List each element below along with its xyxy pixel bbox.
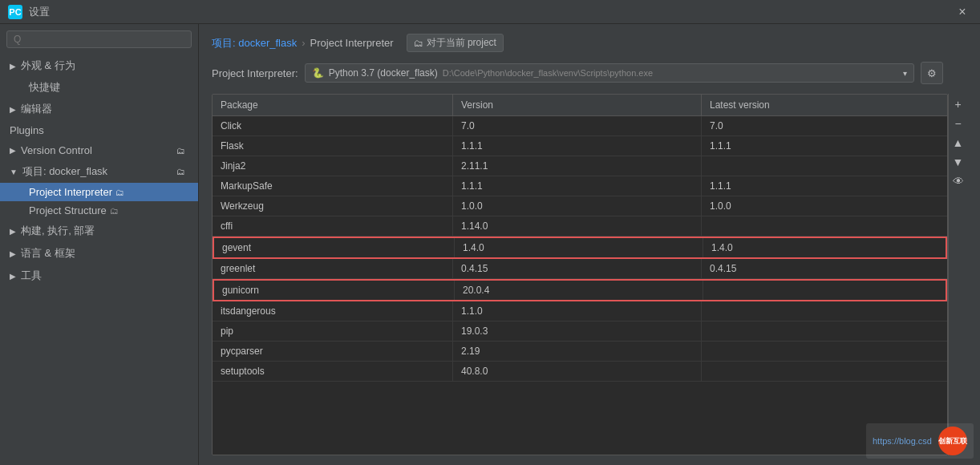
svg-text:PC: PC bbox=[9, 7, 21, 17]
package-name: Werkzeug bbox=[213, 196, 453, 216]
table-row[interactable]: gevent 1.4.0 1.4.0 bbox=[213, 237, 947, 259]
search-input[interactable] bbox=[14, 34, 184, 45]
file-icon: 🗂 bbox=[176, 167, 185, 176]
add-package-button[interactable]: + bbox=[950, 95, 967, 113]
interpreter-select[interactable]: 🐍 Python 3.7 (docker_flask) D:\Code\Pyth… bbox=[305, 63, 914, 83]
app-logo: PC bbox=[8, 5, 22, 19]
breadcrumb-current: Project Interpreter bbox=[310, 37, 394, 49]
title-bar: PC 设置 × bbox=[0, 0, 980, 24]
sidebar-item-project-interpreter[interactable]: Project Interpreter🗂 bbox=[0, 183, 198, 201]
eye-button[interactable]: 👁 bbox=[950, 172, 967, 190]
package-name: Flask bbox=[213, 136, 453, 156]
package-version: 19.0.3 bbox=[453, 321, 702, 341]
gear-button[interactable]: ⚙ bbox=[921, 62, 943, 84]
project-scope-badge[interactable]: 🗂 对于当前 project bbox=[407, 34, 504, 52]
arrow-icon: ▶ bbox=[10, 272, 16, 281]
interpreter-row: Project Interpreter: 🐍 Python 3.7 (docke… bbox=[212, 62, 967, 84]
table-row[interactable]: itsdangerous 1.1.0 bbox=[213, 301, 947, 321]
sidebar-item-plugins[interactable]: Plugins bbox=[0, 120, 198, 140]
package-version: 1.1.0 bbox=[453, 301, 702, 321]
remove-package-button[interactable]: − bbox=[950, 115, 967, 132]
table-row[interactable]: pycparser 2.19 bbox=[213, 342, 947, 362]
search-box[interactable] bbox=[6, 30, 192, 48]
package-version: 20.0.4 bbox=[455, 281, 703, 300]
package-latest: 7.0 bbox=[702, 116, 947, 135]
table-row[interactable]: gunicorn 20.0.4 bbox=[213, 279, 947, 301]
package-version: 1.14.0 bbox=[453, 216, 702, 236]
watermark-logo: 创新互联 bbox=[938, 427, 967, 455]
chevron-down-icon: ▾ bbox=[897, 69, 907, 78]
arrow-icon: ▶ bbox=[10, 227, 16, 236]
package-name: greenlet bbox=[213, 259, 453, 278]
table-row[interactable]: Werkzeug 1.0.0 1.0.0 bbox=[213, 196, 947, 216]
table-row[interactable]: Jinja2 2.11.1 bbox=[213, 156, 947, 176]
table-header: Package Version Latest version bbox=[213, 95, 947, 116]
logo-text: 创新互联 bbox=[938, 436, 967, 447]
package-latest bbox=[702, 301, 947, 321]
scroll-up-button[interactable]: ▲ bbox=[950, 134, 967, 152]
watermark-url: https://blog.csd bbox=[873, 436, 932, 446]
scroll-down-button[interactable]: ▼ bbox=[950, 153, 967, 171]
sidebar-item-label: Version Control bbox=[21, 144, 92, 156]
table-body: Click 7.0 7.0 Flask 1.1.1 1.1.1 Jinja2 2… bbox=[213, 116, 947, 455]
package-latest: 0.4.15 bbox=[702, 259, 947, 278]
package-name: gunicorn bbox=[214, 281, 455, 300]
watermark: https://blog.csd 创新互联 bbox=[866, 423, 974, 459]
main-content: 项目: docker_flask › Project Interpreter 🗂… bbox=[199, 24, 980, 465]
sidebar-item-editor[interactable]: ▶编辑器 bbox=[0, 98, 198, 120]
sidebar-item-build[interactable]: ▶构建, 执行, 部署 bbox=[0, 220, 198, 242]
arrow-icon: ▶ bbox=[10, 249, 16, 258]
package-version: 2.11.1 bbox=[453, 156, 702, 176]
badge-icon: 🗂 bbox=[414, 38, 423, 49]
sidebar-item-label: 项目: docker_flask bbox=[22, 164, 107, 179]
package-latest: 1.0.0 bbox=[702, 196, 947, 216]
interpreter-name: Python 3.7 (docker_flask) bbox=[329, 67, 438, 79]
table-row[interactable]: pip 19.0.3 bbox=[213, 321, 947, 342]
package-name: Jinja2 bbox=[213, 156, 453, 176]
package-name: pip bbox=[213, 321, 453, 341]
packages-table: Package Version Latest version Click 7.0… bbox=[212, 94, 948, 455]
badge-text: 对于当前 project bbox=[427, 36, 496, 50]
breadcrumb-separator: › bbox=[302, 37, 305, 49]
table-row[interactable]: MarkupSafe 1.1.1 1.1.1 bbox=[213, 176, 947, 196]
sidebar-item-label: 快捷键 bbox=[29, 80, 60, 95]
sidebar-item-tools[interactable]: ▶工具 bbox=[0, 265, 198, 287]
package-version: 1.0.0 bbox=[453, 196, 702, 216]
col-header-package: Package bbox=[213, 95, 453, 115]
table-row[interactable]: greenlet 0.4.15 0.4.15 bbox=[213, 259, 947, 279]
table-row[interactable]: Click 7.0 7.0 bbox=[213, 116, 947, 136]
file-icon: 🗂 bbox=[115, 188, 124, 197]
table-row[interactable]: setuptools 40.8.0 bbox=[213, 362, 947, 382]
window-title: 设置 bbox=[29, 5, 50, 19]
interpreter-path: D:\Code\Python\docker_flask\venv\Scripts… bbox=[443, 68, 653, 78]
breadcrumb-project[interactable]: 项目: docker_flask bbox=[212, 36, 297, 51]
table-row[interactable]: cffi 1.14.0 bbox=[213, 216, 947, 237]
package-name: Click bbox=[213, 116, 453, 135]
arrow-icon: ▼ bbox=[10, 168, 18, 176]
sidebar-item-label: Plugins bbox=[10, 124, 44, 136]
sidebar-item-vcs[interactable]: ▶Version Control🗂 bbox=[0, 140, 198, 160]
package-latest bbox=[702, 362, 947, 381]
sidebar-item-project-structure[interactable]: Project Structure🗂 bbox=[0, 201, 198, 220]
sidebar-item-label: Project Interpreter bbox=[29, 186, 112, 198]
sidebar-item-appearance[interactable]: ▶外观 & 行为 bbox=[0, 55, 198, 77]
arrow-icon: ▶ bbox=[10, 105, 16, 114]
package-latest bbox=[702, 156, 947, 176]
table-area: Package Version Latest version Click 7.0… bbox=[212, 94, 967, 455]
table-row[interactable]: Flask 1.1.1 1.1.1 bbox=[213, 136, 947, 156]
close-button[interactable]: × bbox=[953, 2, 972, 22]
sidebar-item-lang[interactable]: ▶语言 & 框架 bbox=[0, 242, 198, 265]
sidebar-item-label: 编辑器 bbox=[21, 102, 52, 116]
python-icon: 🐍 bbox=[312, 67, 324, 79]
package-name: gevent bbox=[214, 238, 455, 257]
sidebar-item-shortcuts[interactable]: 快捷键 bbox=[0, 77, 198, 98]
file-icon: 🗂 bbox=[110, 206, 119, 216]
side-buttons: + − ▲ ▼ 👁 bbox=[948, 94, 967, 455]
package-name: itsdangerous bbox=[213, 301, 453, 321]
package-name: cffi bbox=[213, 216, 453, 236]
sidebar-item-project[interactable]: ▼项目: docker_flask🗂 bbox=[0, 160, 198, 183]
col-header-version: Version bbox=[453, 95, 702, 115]
file-icon: 🗂 bbox=[176, 146, 185, 156]
package-latest bbox=[702, 342, 947, 361]
arrow-icon: ▶ bbox=[10, 62, 16, 71]
